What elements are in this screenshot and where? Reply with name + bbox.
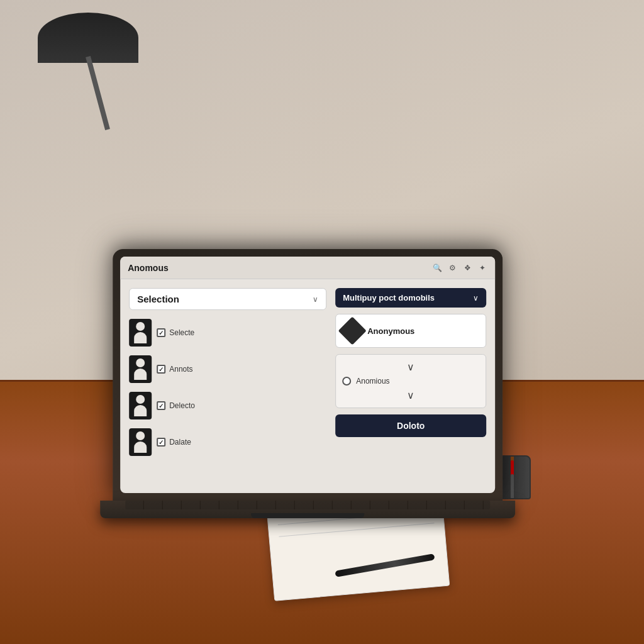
checkbox-row: Annots <box>157 365 192 374</box>
sub-chevron-top-icon: ∨ <box>342 361 479 373</box>
checkbox-1[interactable] <box>157 328 165 337</box>
search-icon[interactable]: 🔍 <box>432 263 442 273</box>
delete-button[interactable]: Doloto <box>335 414 486 437</box>
sub-chevron-bottom-icon: ∨ <box>342 389 479 401</box>
checkbox-4[interactable] <box>157 438 165 447</box>
avatar-head <box>136 322 145 331</box>
title-bar: Anomous 🔍 ⚙ ❖ ✦ <box>120 257 495 279</box>
user-row: Selecte <box>129 316 326 349</box>
avatar <box>129 392 152 419</box>
user-row: Delecto <box>129 389 326 422</box>
laptop-screen-outer: Anomous 🔍 ⚙ ❖ ✦ Selection <box>113 249 502 501</box>
avatar-body <box>134 369 147 380</box>
checkbox-row: Delecto <box>157 401 195 410</box>
selection-dropdown[interactable]: Selection ∨ <box>129 288 326 310</box>
anon-name: Anonymous <box>367 326 414 336</box>
checkbox-row: Selecte <box>157 328 194 337</box>
checkbox-row: Dalate <box>157 438 191 447</box>
checkbox-label-2: Annots <box>169 365 192 374</box>
avatar <box>129 428 152 456</box>
title-bar-icons: 🔍 ⚙ ❖ ✦ <box>432 263 487 273</box>
selection-label: Selection <box>137 294 179 304</box>
avatar-head <box>136 358 145 367</box>
multi-chevron-icon: ∨ <box>473 294 479 303</box>
gear-icon[interactable]: ⚙ <box>447 263 457 273</box>
user-list: Selecte Ann <box>129 316 326 458</box>
user-row: Dalate <box>129 426 326 458</box>
notebook-line <box>279 523 434 537</box>
keyboard-area <box>125 501 490 509</box>
avatar-body <box>134 405 147 416</box>
app-title: Anomous <box>128 263 427 273</box>
sub-dropdown-area: ∨ Anomious ∨ <box>335 354 486 408</box>
left-panel: Selection ∨ <box>129 288 326 484</box>
lamp-head <box>38 13 138 63</box>
user-row: Annots <box>129 353 326 386</box>
main-content: Selection ∨ <box>120 279 495 493</box>
app-ui: Anomous 🔍 ⚙ ❖ ✦ Selection <box>120 257 495 493</box>
lamp-arm <box>86 56 110 130</box>
multi-label: Multipuy poct domobils <box>343 293 435 303</box>
radio-button[interactable] <box>342 377 351 386</box>
laptop-screen-inner: Anomous 🔍 ⚙ ❖ ✦ Selection <box>120 257 495 493</box>
radio-row: Anomious <box>342 377 479 386</box>
right-panel: Multipuy poct domobils ∨ Anonymous ∨ <box>335 288 486 484</box>
anon-card: Anonymous <box>335 314 486 348</box>
radio-label: Anomious <box>356 377 389 386</box>
star-icon[interactable]: ✦ <box>477 263 487 273</box>
anon-icon <box>338 316 367 345</box>
checkbox-label-3: Delecto <box>169 401 195 410</box>
checkbox-2[interactable] <box>157 365 165 374</box>
avatar-body <box>134 332 147 343</box>
checkbox-label-1: Selecte <box>169 328 194 337</box>
checkbox-3[interactable] <box>157 401 165 410</box>
avatar-head <box>136 395 145 404</box>
laptop-base <box>100 501 515 518</box>
avatar <box>129 355 152 383</box>
multi-dropdown[interactable]: Multipuy poct domobils ∨ <box>335 288 486 308</box>
laptop: Anomous 🔍 ⚙ ❖ ✦ Selection <box>113 249 515 518</box>
avatar-body <box>134 441 147 453</box>
selection-chevron-icon: ∨ <box>313 295 318 304</box>
checkbox-label-4: Dalate <box>169 438 191 447</box>
avatar-head <box>136 431 145 440</box>
avatar <box>129 319 152 347</box>
grid-icon[interactable]: ❖ <box>462 263 472 273</box>
